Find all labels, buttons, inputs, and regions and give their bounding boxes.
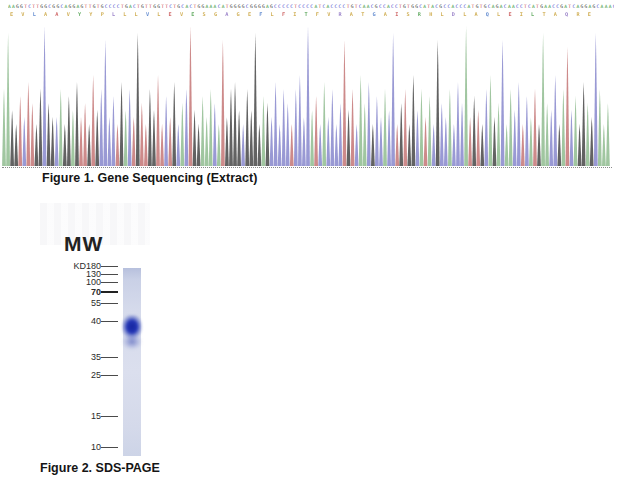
mw-marker-label: 70 (61, 287, 101, 297)
trace-peak (39, 89, 43, 166)
trace-peak (480, 124, 484, 166)
trace-peak (306, 26, 310, 166)
mw-marker-tick (101, 447, 118, 448)
trace-peak (168, 117, 172, 166)
trace-peak (335, 124, 339, 166)
amino-acid: D (452, 11, 463, 17)
trace-peak (282, 89, 286, 166)
trace-peak (209, 89, 213, 166)
trace-peak (132, 117, 136, 166)
dna-base: C (613, 4, 614, 9)
trace-peak (399, 103, 403, 166)
mw-marker: 70 (59, 287, 118, 297)
trace-peak (598, 89, 602, 166)
amino-acid: L (463, 11, 474, 17)
trace-peak (343, 40, 347, 166)
trace-peak (586, 103, 590, 166)
amino-acid: T (361, 11, 372, 17)
trace-peak (420, 89, 424, 166)
trace-peak (193, 110, 197, 166)
trace-peak (185, 89, 189, 166)
trace-peak (513, 110, 517, 166)
mw-marker: 35 (59, 352, 118, 362)
trace-peak (403, 89, 407, 166)
amino-acid: R (339, 11, 350, 17)
trace-peak (124, 110, 128, 166)
trace-peak (10, 110, 14, 166)
trace-peak (493, 117, 497, 166)
amino-acid: Q (565, 11, 576, 17)
trace-peak (152, 110, 156, 166)
trace-peak (164, 96, 168, 166)
amino-acid: L (271, 11, 282, 17)
trace-peak (156, 75, 160, 166)
trace-peak (391, 33, 395, 166)
trace-peak (103, 40, 107, 166)
trace-peak (464, 26, 468, 166)
trace-peak (71, 110, 75, 166)
trace-peak (172, 82, 176, 166)
mw-marker: 55 (59, 298, 118, 308)
trace-peak (517, 82, 521, 166)
mw-marker-tick (101, 266, 118, 267)
mw-marker-label: 10 (61, 442, 101, 452)
amino-acid: L (497, 11, 508, 17)
trace-peak (509, 89, 513, 166)
trace-peak (359, 75, 363, 166)
amino-acid: R (418, 11, 429, 17)
amino-acid: E (10, 11, 21, 17)
trace-peak (448, 89, 452, 166)
trace-peak (35, 124, 39, 166)
trace-peak (258, 124, 262, 166)
amino-acid: R (576, 11, 587, 17)
trace-peak (472, 96, 476, 166)
trace-peak (180, 103, 184, 166)
trace-peak (75, 82, 79, 166)
trace-peak (2, 89, 6, 166)
amino-acid: S (406, 11, 417, 17)
amino-acid: A (554, 11, 565, 17)
amino-acid: L (112, 11, 123, 17)
trace-peak (112, 96, 116, 166)
amino-acid: A (44, 11, 55, 17)
amino-acid: A (225, 11, 236, 17)
trace-peak (274, 82, 278, 166)
trace-peak (310, 110, 314, 166)
trace-peak (501, 40, 505, 166)
trace-peak (407, 124, 411, 166)
trace-peak (176, 124, 180, 166)
trace-peak (537, 124, 541, 166)
amino-acid: F (316, 11, 327, 17)
trace-peak (549, 110, 553, 166)
amino-acid: F (282, 11, 293, 17)
trace-peak (233, 82, 237, 166)
trace-peak (395, 124, 399, 166)
mw-marker-tick (101, 291, 118, 293)
trace-peak (545, 103, 549, 166)
trace-peak (505, 124, 509, 166)
trace-peak (14, 124, 18, 166)
amino-acid: L (157, 11, 168, 17)
trace-peak (570, 110, 574, 166)
trace-peak (468, 117, 472, 166)
trace-peak (489, 75, 493, 166)
trace-peak (55, 117, 59, 166)
trace-peak (574, 96, 578, 166)
trace-peak (326, 117, 330, 166)
trace-peak (387, 110, 391, 166)
trace-peak (51, 117, 55, 166)
amino-acid: E (191, 11, 202, 17)
trace-peak (440, 103, 444, 166)
trace-peak (6, 33, 10, 166)
trace-peak (351, 89, 355, 166)
mw-marker-tick (101, 321, 118, 322)
trace-peak (302, 117, 306, 166)
trace-peak (314, 96, 318, 166)
figure2-caption: Figure 2. SDS-PAGE (40, 461, 160, 475)
mw-marker-tick (101, 303, 118, 304)
amino-acid: G (373, 11, 384, 17)
trace-peak (108, 117, 112, 166)
trace-peak (217, 124, 221, 166)
trace-peak (249, 110, 253, 166)
trace-peak (367, 82, 371, 166)
